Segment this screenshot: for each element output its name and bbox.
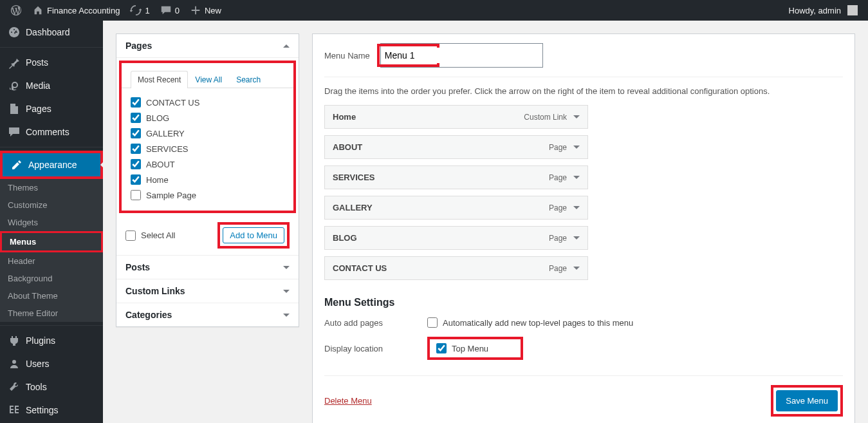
menu-name-input-rest[interactable] — [436, 48, 542, 63]
comments-link[interactable]: 0 — [155, 5, 185, 16]
admin-bar: Finance Accounting 1 0 New Howdy, admin — [0, 0, 868, 21]
sidebar-sub-themes[interactable]: Themes — [0, 179, 103, 196]
page-checkbox-label: BLOG — [146, 113, 169, 123]
sidebar-users[interactable]: Users — [0, 352, 103, 375]
sidebar-sub-menus[interactable]: Menus — [2, 233, 101, 250]
pages-panel-title: Pages — [125, 41, 152, 51]
site-name: Finance Accounting — [47, 6, 120, 15]
add-to-menu-button[interactable]: Add to Menu — [223, 227, 284, 243]
menu-item-title: SERVICES — [333, 173, 375, 182]
caret-up-icon — [283, 44, 290, 48]
menu-item[interactable]: SERVICESPage — [324, 165, 588, 189]
media-icon — [8, 79, 21, 92]
new-link[interactable]: New — [185, 5, 226, 16]
sidebar-media[interactable]: Media — [0, 74, 103, 97]
panel-head-custom-links[interactable]: Custom Links — [116, 279, 299, 303]
wp-logo[interactable] — [5, 5, 27, 16]
menu-item-type: Page — [549, 143, 580, 152]
sidebar-dashboard[interactable]: Dashboard — [0, 21, 103, 44]
page-checkbox-label: Sample Page — [146, 191, 196, 200]
sidebar-posts[interactable]: Posts — [0, 51, 103, 74]
sidebar-comments[interactable]: Comments — [0, 120, 103, 144]
panel-head-categories[interactable]: Categories — [116, 303, 299, 326]
menu-item-title: GALLERY — [333, 203, 373, 212]
new-label: New — [205, 6, 221, 15]
select-all-checkbox[interactable] — [125, 230, 136, 241]
caret-down-icon[interactable] — [573, 146, 580, 149]
page-checkbox[interactable] — [131, 190, 141, 200]
auto-add-option[interactable]: Automatically add new top-level pages to… — [427, 317, 633, 328]
caret-down-icon[interactable] — [573, 176, 580, 179]
page-checkbox-label: Home — [146, 175, 169, 185]
page-checkbox[interactable] — [131, 128, 141, 138]
site-name-link[interactable]: Finance Accounting — [27, 5, 125, 16]
page-checkbox-item[interactable]: Sample Page — [131, 187, 284, 203]
sidebar-sub-about-theme[interactable]: About Theme — [0, 287, 103, 305]
page-checkbox-item[interactable]: ABOUT — [131, 156, 284, 172]
page-checkbox-label: CONTACT US — [146, 98, 199, 108]
menu-item-title: BLOG — [333, 233, 357, 243]
sidebar-sub-customize[interactable]: Customize — [0, 196, 103, 214]
tab-view-all[interactable]: View All — [188, 71, 229, 88]
account-link[interactable]: Howdy, admin — [784, 5, 863, 15]
sidebar-sub-widgets[interactable]: Widgets — [0, 214, 103, 231]
home-icon — [32, 5, 44, 16]
page-checkbox[interactable] — [131, 97, 141, 108]
settings-icon — [8, 404, 21, 417]
auto-add-checkbox[interactable] — [427, 317, 438, 328]
page-checkbox[interactable] — [131, 144, 141, 154]
wordpress-icon — [10, 5, 22, 16]
admin-sidebar: Dashboard Posts Media Pages Comments App… — [0, 21, 103, 423]
sidebar-plugins[interactable]: Plugins — [0, 329, 103, 352]
select-all-label[interactable]: Select All — [125, 230, 175, 241]
page-checkbox-label: ABOUT — [146, 160, 175, 169]
page-checkbox-item[interactable]: GALLERY — [131, 126, 284, 141]
sidebar-tools[interactable]: Tools — [0, 375, 103, 399]
top-menu-checkbox[interactable] — [436, 343, 447, 353]
comment-icon — [160, 5, 172, 16]
sidebar-settings[interactable]: Settings — [0, 399, 103, 422]
page-checkbox-item[interactable]: SERVICES — [131, 141, 284, 156]
page-checkbox[interactable] — [131, 159, 141, 169]
page-checkbox-item[interactable]: Home — [131, 172, 284, 187]
menu-name-input[interactable] — [381, 48, 436, 63]
panel-head-posts[interactable]: Posts — [116, 255, 299, 279]
caret-down-icon[interactable] — [573, 267, 580, 270]
menu-item[interactable]: CONTACT USPage — [324, 256, 588, 280]
updates-link[interactable]: 1 — [125, 5, 154, 16]
page-checkbox[interactable] — [131, 113, 141, 123]
menu-item[interactable]: BLOGPage — [324, 226, 588, 250]
menu-item-title: ABOUT — [333, 142, 362, 152]
menu-item-type: Page — [549, 173, 580, 182]
menu-name-label: Menu Name — [324, 51, 370, 61]
page-checkbox-item[interactable]: CONTACT US — [131, 95, 284, 110]
sidebar-appearance[interactable]: Appearance — [3, 153, 100, 176]
howdy-text: Howdy, admin — [789, 6, 841, 15]
caret-down-icon[interactable] — [573, 206, 580, 209]
menu-item-title: CONTACT US — [333, 263, 387, 273]
page-checkbox-item[interactable]: BLOG — [131, 110, 284, 126]
menu-item[interactable]: HomeCustom Link — [324, 105, 588, 129]
sidebar-sub-background[interactable]: Background — [0, 270, 103, 287]
display-location-option[interactable]: Top Menu — [436, 343, 488, 353]
menu-item[interactable]: ABOUTPage — [324, 135, 588, 159]
page-checkbox[interactable] — [131, 174, 141, 185]
save-menu-button[interactable]: Save Menu — [776, 390, 838, 411]
sidebar-sub-theme-editor[interactable]: Theme Editor — [0, 305, 103, 322]
menu-editor: Menu Name Drag the items into the order … — [312, 33, 855, 423]
tab-search[interactable]: Search — [229, 71, 268, 88]
caret-down-icon[interactable] — [573, 236, 580, 240]
sidebar-pages[interactable]: Pages — [0, 97, 103, 120]
plus-icon — [190, 5, 201, 16]
menu-item-type: Page — [549, 264, 580, 273]
menu-item-type: Custom Link — [524, 113, 580, 122]
menu-item[interactable]: GALLERYPage — [324, 196, 588, 220]
update-icon — [130, 5, 142, 16]
sidebar-sub-header[interactable]: Header — [0, 252, 103, 270]
avatar — [847, 5, 858, 15]
delete-menu-link[interactable]: Delete Menu — [324, 396, 372, 406]
pages-panel-head[interactable]: Pages — [116, 34, 299, 58]
tab-most-recent[interactable]: Most Recent — [131, 71, 188, 88]
tools-icon — [8, 381, 21, 393]
caret-down-icon[interactable] — [573, 115, 580, 118]
